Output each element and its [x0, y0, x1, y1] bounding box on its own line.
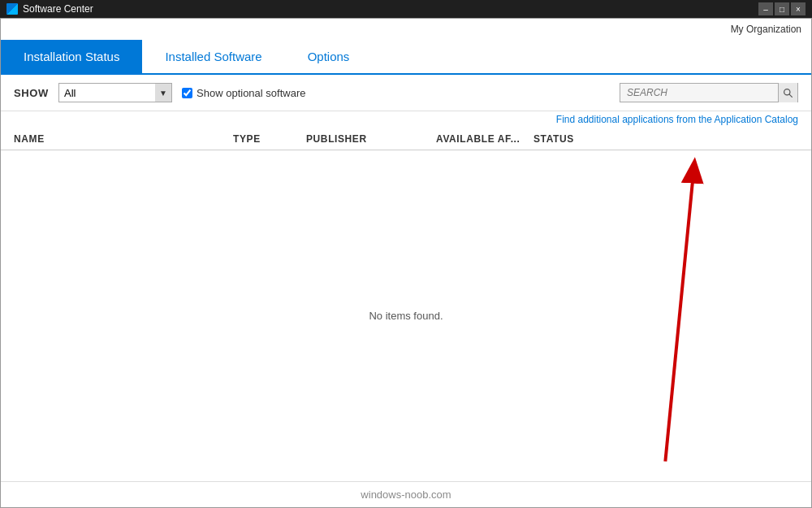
catalog-link[interactable]: Find additional applications from the Ap… [556, 114, 798, 125]
optional-software-checkbox-wrapper[interactable]: Show optional software [182, 87, 305, 99]
search-input[interactable] [620, 84, 778, 102]
minimize-button[interactable]: – [758, 2, 773, 15]
search-button[interactable] [778, 83, 797, 102]
no-items-message: No items found. [369, 310, 443, 322]
search-wrapper[interactable] [620, 83, 798, 102]
toolbar: SHOW All Required Optional ▼ Show option… [1, 75, 811, 111]
footer-watermark: windows-noob.com [1, 481, 811, 507]
title-bar-text: Software Center [23, 3, 93, 15]
catalog-link-row: Find additional applications from the Ap… [1, 111, 811, 125]
maximize-button[interactable]: □ [775, 2, 789, 15]
svg-line-1 [789, 94, 792, 97]
col-header-publisher: PUBLISHER [306, 133, 436, 145]
org-name: My Organization [731, 24, 801, 35]
app-icon [6, 3, 18, 15]
org-header: My Organization [1, 19, 811, 40]
close-button[interactable]: × [791, 2, 806, 15]
app-container: My Organization Installation Status Inst… [0, 18, 812, 508]
show-dropdown[interactable]: All Required Optional ▼ [58, 83, 172, 102]
col-header-status: STATUS [533, 133, 615, 145]
search-icon [783, 88, 793, 98]
col-header-name: NAME [14, 133, 233, 145]
col-header-type: TYPE [233, 133, 306, 145]
watermark-text: windows-noob.com [361, 488, 451, 501]
window-controls[interactable]: – □ × [758, 2, 806, 15]
optional-software-checkbox[interactable] [182, 88, 192, 98]
show-label: SHOW [14, 87, 49, 99]
col-header-available: AVAILABLE AF... [436, 133, 533, 145]
nav-tabs: Installation Status Installed Software O… [1, 40, 811, 75]
title-bar: Software Center – □ × [0, 0, 812, 18]
svg-line-3 [665, 170, 693, 461]
table-body: No items found. [1, 150, 811, 481]
tab-options[interactable]: Options [285, 40, 373, 73]
show-select[interactable]: All Required Optional [59, 84, 171, 102]
optional-software-label: Show optional software [197, 87, 305, 99]
table-header: NAME TYPE PUBLISHER AVAILABLE AF... STAT… [1, 128, 811, 150]
tab-installed-software[interactable]: Installed Software [142, 40, 284, 73]
tab-installation-status[interactable]: Installation Status [1, 40, 142, 73]
